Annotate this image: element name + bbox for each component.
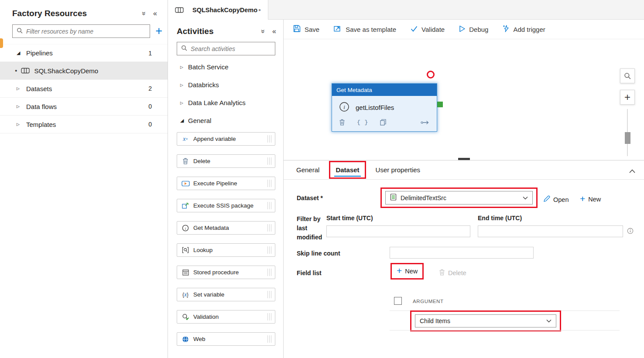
activities-panel: Activities » « ▷ Batch Service ▷ Databri…: [168, 20, 284, 358]
filter-resources-box: [12, 24, 150, 38]
activity-item-get-metadata[interactable]: i Get Metadata: [177, 221, 275, 235]
open-dataset-button[interactable]: Open: [543, 195, 569, 204]
drag-handle-icon[interactable]: [267, 291, 273, 298]
tab-label: Dataset: [336, 166, 359, 174]
chevron-collapsed-icon[interactable]: ▷: [180, 83, 188, 87]
chevron-collapsed-icon[interactable]: ▷: [17, 86, 26, 91]
sidebar-item-pipeline-sqlshackcopydemo[interactable]: ● SQLShackCopyDemo: [0, 62, 168, 80]
drag-handle-icon[interactable]: [267, 180, 273, 187]
zoom-slider-handle[interactable]: [625, 132, 630, 144]
drag-handle-icon[interactable]: [267, 246, 273, 254]
activity-label: Execute Pipeline: [193, 180, 237, 187]
save-as-template-button[interactable]: Save as template: [334, 25, 396, 34]
add-trigger-button[interactable]: Add trigger: [503, 25, 545, 34]
activity-item-append-variable[interactable]: x+ Append variable: [177, 132, 275, 146]
activity-item-lookup[interactable]: Lookup: [177, 243, 275, 257]
drag-handle-icon[interactable]: [267, 335, 273, 343]
argument-dropdown[interactable]: Child Items: [415, 314, 556, 327]
collapse-all-icon[interactable]: »: [261, 28, 265, 35]
activity-label: Validation: [193, 314, 219, 320]
annotation-box-field-new: + New: [391, 263, 424, 280]
drag-handle-icon[interactable]: [267, 224, 273, 232]
get-metadata-node[interactable]: Get Metadata i getListofFiles { }: [332, 83, 437, 132]
zoom-fit-button[interactable]: [620, 68, 635, 83]
canvas-resize-handle[interactable]: [458, 158, 470, 160]
tab-pipeline[interactable]: SQLShackCopyDemo ●: [168, 0, 268, 20]
collapse-panel-icon[interactable]: «: [272, 28, 276, 35]
skip-line-count-input[interactable]: [390, 247, 534, 259]
start-time-input[interactable]: [326, 225, 470, 237]
add-next-activity-icon[interactable]: [421, 120, 430, 125]
debug-button[interactable]: Debug: [459, 25, 488, 34]
category-general[interactable]: ◢ General: [168, 112, 283, 130]
dataset-label-text: Dataset: [297, 194, 319, 201]
save-as-template-label: Save as template: [346, 26, 396, 33]
drag-handle-icon[interactable]: [267, 269, 273, 276]
collapse-all-icon[interactable]: »: [142, 10, 146, 17]
tab-user-properties[interactable]: User properties: [375, 160, 421, 180]
field-delete-label: Delete: [448, 269, 466, 276]
search-activities-box: [177, 42, 275, 55]
code-braces-icon[interactable]: { }: [357, 119, 368, 126]
zoom-in-button[interactable]: +: [620, 90, 635, 105]
activity-label: Append variable: [193, 136, 236, 142]
collapse-panel-icon[interactable]: «: [153, 10, 157, 17]
select-all-checkbox[interactable]: [394, 297, 402, 305]
factory-resources-panel: Factory Resources » « + ◢ Pipelines 1 ● …: [0, 0, 168, 358]
validate-button[interactable]: Validate: [411, 26, 445, 33]
field-new-button[interactable]: + New: [397, 267, 418, 275]
search-activities-input[interactable]: [191, 45, 271, 52]
activity-item-delete[interactable]: Delete: [177, 154, 275, 168]
chevron-expanded-icon[interactable]: ◢: [17, 50, 26, 56]
filter-resources-input[interactable]: [26, 28, 146, 35]
save-button[interactable]: Save: [293, 25, 319, 34]
activity-item-set-variable[interactable]: {x} Set variable: [177, 288, 275, 301]
dataset-dropdown[interactable]: DelimitedTextSrc: [385, 191, 533, 205]
drag-handle-icon[interactable]: [267, 202, 273, 209]
annotation-box-argument-dropdown: Child Items: [410, 310, 561, 331]
field-delete-button[interactable]: Delete: [439, 269, 466, 277]
sidebar-item-data-flows[interactable]: ▷ Data flows 0: [0, 98, 168, 116]
sidebar-item-templates[interactable]: ▷ Templates 0: [0, 116, 168, 133]
sidebar-item-pipelines[interactable]: ◢ Pipelines 1: [0, 44, 168, 62]
add-resource-icon[interactable]: +: [155, 25, 162, 37]
sidebar-item-datasets[interactable]: ▷ Datasets 2: [0, 80, 168, 98]
chevron-collapsed-icon[interactable]: ▷: [17, 122, 26, 126]
tree-item-label: Templates: [26, 121, 56, 128]
activity-item-execute-ssis-package[interactable]: Execute SSIS package: [177, 199, 275, 212]
trash-icon: [439, 269, 445, 277]
drag-handle-icon[interactable]: [267, 135, 273, 143]
pipeline-canvas[interactable]: Get Metadata i getListofFiles { }: [284, 39, 644, 160]
activity-item-validation[interactable]: Validation: [177, 310, 275, 324]
chevron-collapsed-icon[interactable]: ▷: [180, 101, 188, 105]
activity-item-stored-procedure[interactable]: Stored procedure: [177, 266, 275, 279]
activity-item-web[interactable]: Web: [177, 332, 275, 346]
delete-node-icon[interactable]: [339, 119, 345, 126]
category-data-lake-analytics[interactable]: ▷ Data Lake Analytics: [168, 94, 283, 112]
debug-label: Debug: [469, 26, 488, 33]
new-dataset-button[interactable]: + New: [580, 195, 601, 203]
feedback-tab[interactable]: [0, 38, 3, 48]
chevron-collapsed-icon[interactable]: ▷: [17, 104, 26, 109]
category-batch-service[interactable]: ▷ Batch Service: [168, 58, 283, 76]
collapse-properties-icon[interactable]: [629, 167, 635, 175]
tab-general[interactable]: General: [295, 160, 320, 180]
chevron-expanded-icon[interactable]: ◢: [180, 118, 188, 123]
append-variable-icon: x+: [181, 136, 190, 143]
new-label: New: [588, 196, 601, 203]
annotation-box-dataset-dropdown: DelimitedTextSrc: [380, 188, 538, 208]
activity-label: Web: [193, 336, 206, 342]
end-time-input[interactable]: [478, 225, 623, 237]
drag-handle-icon[interactable]: [267, 157, 273, 165]
info-icon[interactable]: [627, 228, 634, 235]
chevron-collapsed-icon[interactable]: ▷: [180, 65, 188, 69]
drag-handle-icon[interactable]: [267, 313, 273, 320]
category-label: Batch Service: [188, 63, 229, 71]
category-databricks[interactable]: ▷ Databricks: [168, 76, 283, 94]
activity-item-execute-pipeline[interactable]: Execute Pipeline: [177, 177, 275, 190]
tree-item-label: Datasets: [26, 85, 52, 92]
filter-by-label: Filter by last modified: [297, 215, 329, 242]
clone-node-icon[interactable]: [380, 119, 386, 126]
output-connector[interactable]: [437, 102, 443, 107]
tab-dataset[interactable]: Dataset: [335, 160, 360, 180]
